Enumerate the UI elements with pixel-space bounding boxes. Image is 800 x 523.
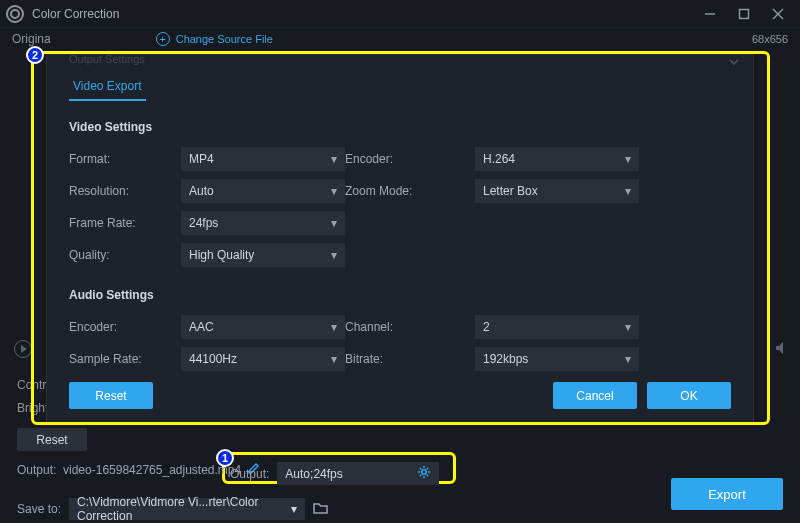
- resolution-value: Auto: [189, 184, 214, 198]
- zoom-mode-label: Zoom Mode:: [345, 184, 475, 198]
- audio-settings-header: Audio Settings: [69, 288, 731, 302]
- dialog-mini-title: Output Settings: [69, 53, 145, 65]
- plus-circle-icon: +: [156, 32, 170, 46]
- output-summary-label: Output:: [230, 467, 269, 481]
- frame-rate-value: 24fps: [189, 216, 218, 230]
- output-label: Output:: [17, 463, 56, 477]
- tab-video-export[interactable]: Video Export: [69, 73, 146, 101]
- background-reset-button[interactable]: Reset: [17, 428, 87, 451]
- original-label: Origina: [12, 32, 51, 46]
- format-select[interactable]: MP4 ▾: [181, 147, 345, 171]
- ok-button[interactable]: OK: [647, 382, 731, 409]
- save-to-row: Save to: C:\Vidmore\Vidmore Vi...rter\Co…: [17, 498, 328, 520]
- output-summary-box[interactable]: Auto;24fps: [277, 462, 439, 485]
- chevron-down-icon: ▾: [625, 152, 631, 166]
- chevron-down-icon: ▾: [625, 320, 631, 334]
- channel-label: Channel:: [345, 320, 475, 334]
- dimensions-readout: 68x656: [752, 33, 788, 45]
- format-label: Format:: [69, 152, 181, 166]
- gear-icon[interactable]: [417, 465, 431, 482]
- save-path-value: C:\Vidmore\Vidmore Vi...rter\Color Corre…: [77, 495, 291, 523]
- reset-button[interactable]: Reset: [69, 382, 153, 409]
- bitrate-select[interactable]: 192kbps ▾: [475, 347, 639, 371]
- sample-rate-value: 44100Hz: [189, 352, 237, 366]
- source-info-strip: Origina + Change Source File 68x656: [0, 28, 800, 50]
- channel-select[interactable]: 2 ▾: [475, 315, 639, 339]
- titlebar: Color Correction: [0, 0, 800, 28]
- chevron-down-icon: ▾: [331, 320, 337, 334]
- app-icon: [6, 5, 24, 23]
- audio-encoder-value: AAC: [189, 320, 214, 334]
- output-summary-row: Output: Auto;24fps: [230, 462, 439, 485]
- tutorial-marker-2: 2: [26, 46, 44, 64]
- audio-encoder-label: Encoder:: [69, 320, 181, 334]
- frame-rate-label: Frame Rate:: [69, 216, 181, 230]
- channel-value: 2: [483, 320, 490, 334]
- encoder-label: Encoder:: [345, 152, 475, 166]
- chevron-down-icon: ▾: [331, 248, 337, 262]
- audio-encoder-select[interactable]: AAC ▾: [181, 315, 345, 339]
- chevron-down-icon: ▾: [291, 502, 297, 516]
- video-encoder-value: H.264: [483, 152, 515, 166]
- svg-rect-1: [740, 9, 749, 18]
- bitrate-label: Bitrate:: [345, 352, 475, 366]
- chevron-down-icon: ▾: [331, 352, 337, 366]
- volume-icon[interactable]: [774, 340, 790, 359]
- output-filename-row: Output: video-1659842765_adjusted.mp4: [17, 462, 260, 478]
- app-title: Color Correction: [32, 7, 119, 21]
- zoom-mode-select[interactable]: Letter Box ▾: [475, 179, 639, 203]
- format-value: MP4: [189, 152, 214, 166]
- export-button[interactable]: Export: [671, 478, 783, 510]
- video-settings-header: Video Settings: [69, 120, 731, 134]
- video-encoder-select[interactable]: H.264 ▾: [475, 147, 639, 171]
- save-path-select[interactable]: C:\Vidmore\Vidmore Vi...rter\Color Corre…: [69, 498, 305, 520]
- bitrate-value: 192kbps: [483, 352, 528, 366]
- output-settings-dialog: Output Settings Video Export Video Setti…: [46, 54, 754, 424]
- svg-marker-4: [776, 342, 783, 354]
- sample-rate-label: Sample Rate:: [69, 352, 181, 366]
- save-to-label: Save to:: [17, 502, 61, 516]
- folder-icon[interactable]: [313, 501, 328, 517]
- resolution-select[interactable]: Auto ▾: [181, 179, 345, 203]
- chevron-down-icon[interactable]: [727, 55, 741, 72]
- maximize-button[interactable]: [734, 4, 754, 24]
- play-icon[interactable]: [14, 340, 32, 358]
- quality-select[interactable]: High Quality ▾: [181, 243, 345, 267]
- svg-point-5: [422, 470, 426, 474]
- resolution-label: Resolution:: [69, 184, 181, 198]
- frame-rate-select[interactable]: 24fps ▾: [181, 211, 345, 235]
- change-source-button[interactable]: + Change Source File: [156, 32, 273, 46]
- zoom-mode-value: Letter Box: [483, 184, 538, 198]
- chevron-down-icon: ▾: [331, 152, 337, 166]
- output-summary-value: Auto;24fps: [285, 467, 342, 481]
- close-button[interactable]: [768, 4, 788, 24]
- chevron-down-icon: ▾: [625, 184, 631, 198]
- output-filename: video-1659842765_adjusted.mp4: [63, 463, 241, 477]
- quality-value: High Quality: [189, 248, 254, 262]
- sample-rate-select[interactable]: 44100Hz ▾: [181, 347, 345, 371]
- cancel-button[interactable]: Cancel: [553, 382, 637, 409]
- change-source-label: Change Source File: [176, 33, 273, 45]
- chevron-down-icon: ▾: [331, 184, 337, 198]
- chevron-down-icon: ▾: [331, 216, 337, 230]
- quality-label: Quality:: [69, 248, 181, 262]
- chevron-down-icon: ▾: [625, 352, 631, 366]
- minimize-button[interactable]: [700, 4, 720, 24]
